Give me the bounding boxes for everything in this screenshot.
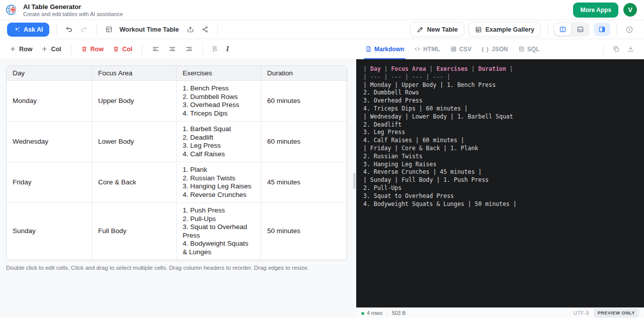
tab-html-label: HTML bbox=[423, 46, 440, 53]
divider bbox=[71, 44, 71, 55]
undo-button[interactable] bbox=[62, 23, 76, 36]
cell-focus-area[interactable]: Full Body bbox=[92, 203, 177, 260]
new-table-button[interactable]: New Table bbox=[410, 22, 464, 37]
cell-day[interactable]: Sunday bbox=[7, 203, 92, 260]
column-header-exercises[interactable]: Exercises bbox=[177, 66, 261, 81]
tab-csv-label: CSV bbox=[459, 46, 472, 53]
history-icon[interactable] bbox=[622, 23, 637, 36]
plus-icon bbox=[10, 46, 16, 52]
cell-focus-area[interactable]: Lower Body bbox=[92, 122, 177, 162]
tab-html[interactable]: HTML bbox=[409, 39, 445, 59]
bold-button[interactable]: B bbox=[208, 42, 221, 56]
divider bbox=[548, 24, 548, 35]
cell-exercises[interactable]: 1. Barbell Squat 2. Deadlift 3. Leg Pres… bbox=[177, 122, 261, 162]
tab-json[interactable]: { } JSON bbox=[476, 39, 513, 59]
share-icon[interactable] bbox=[198, 23, 212, 36]
tab-markdown[interactable]: Markdown bbox=[360, 39, 409, 59]
data-table[interactable]: Day Focus Area Exercises Duration Monday… bbox=[6, 65, 347, 260]
tab-markdown-label: Markdown bbox=[374, 46, 404, 53]
cell-duration[interactable]: 60 minutes bbox=[261, 122, 347, 162]
statusbar-right: UTF-8 PREVIEW ONLY bbox=[574, 308, 639, 317]
file-text-icon bbox=[365, 46, 372, 52]
table-row: Friday Core & Back 1. Plank 2. Russian T… bbox=[7, 162, 347, 203]
title-block: AI Table Generator Create and edit table… bbox=[23, 3, 123, 17]
braces-icon: { } bbox=[481, 46, 489, 52]
pane-resize-handle[interactable] bbox=[353, 173, 356, 189]
header-right: More Apps V bbox=[573, 3, 637, 18]
more-apps-button[interactable]: More Apps bbox=[573, 3, 618, 18]
trash-icon bbox=[113, 46, 119, 52]
cell-exercises[interactable]: 1. Bench Press 2. Dumbbell Rows 3. Overh… bbox=[177, 81, 261, 122]
delete-row-button[interactable]: Row bbox=[76, 43, 108, 56]
preview-only-badge: PREVIEW ONLY bbox=[594, 308, 639, 317]
cell-exercises[interactable]: 1. Plank 2. Russian Twists 3. Hanging Le… bbox=[177, 162, 261, 203]
cell-duration[interactable]: 60 minutes bbox=[261, 81, 347, 122]
toggle-panel-button[interactable] bbox=[594, 23, 610, 36]
gallery-grid-icon bbox=[475, 26, 482, 33]
row-count: 4 rows bbox=[361, 310, 382, 316]
add-row-button[interactable]: Row bbox=[5, 43, 37, 56]
edit-toolbar: Row Col Row bbox=[0, 39, 356, 59]
cell-day[interactable]: Monday bbox=[7, 81, 92, 122]
code-icon bbox=[414, 46, 421, 52]
example-gallery-button[interactable]: Example Gallery bbox=[468, 22, 541, 37]
plus-icon bbox=[41, 46, 48, 52]
avatar[interactable]: V bbox=[623, 3, 637, 17]
copy-code-button[interactable] bbox=[609, 43, 623, 55]
delete-col-label: Col bbox=[122, 46, 132, 53]
export-preview-pane: Markdown HTML CSV bbox=[356, 39, 644, 318]
cell-focus-area[interactable]: Upper Body bbox=[92, 81, 177, 122]
file-size: 503 B bbox=[392, 310, 406, 316]
column-header-focus-area[interactable]: Focus Area bbox=[92, 66, 177, 81]
split-horizontal-button[interactable] bbox=[572, 23, 589, 36]
toolbar-right: New Table Example Gallery bbox=[406, 22, 637, 37]
table-container: Day Focus Area Exercises Duration Monday… bbox=[0, 59, 356, 318]
statusbar-left: 4 rows 503 B bbox=[361, 310, 406, 316]
tab-sql[interactable]: SQL bbox=[513, 39, 545, 59]
column-header-duration[interactable]: Duration bbox=[261, 66, 347, 81]
export-statusbar: 4 rows 503 B UTF-8 PREVIEW ONLY bbox=[356, 307, 644, 318]
ask-ai-button[interactable]: Ask AI bbox=[7, 23, 49, 37]
bold-icon: B bbox=[212, 45, 217, 53]
export-icon[interactable] bbox=[183, 23, 198, 36]
align-right-button[interactable] bbox=[181, 42, 197, 56]
download-button[interactable] bbox=[623, 43, 638, 55]
split-vertical-button[interactable] bbox=[554, 23, 571, 36]
code-content: | Day | Focus Area | Exercises | Duratio… bbox=[356, 59, 644, 307]
italic-button[interactable]: I bbox=[221, 42, 233, 56]
document-title[interactable]: Workout Time Table bbox=[119, 26, 179, 33]
table-editor-pane: Row Col Row bbox=[0, 39, 356, 318]
column-header-day[interactable]: Day bbox=[7, 66, 92, 81]
add-col-button[interactable]: Col bbox=[37, 43, 65, 56]
ask-ai-label: Ask AI bbox=[24, 26, 43, 33]
header-left: AI Table Generator Create and edit table… bbox=[5, 3, 123, 17]
table-row: Wednesday Lower Body 1. Barbell Squat 2.… bbox=[7, 122, 347, 162]
divider bbox=[387, 310, 387, 316]
cell-exercises[interactable]: 1. Push Press 2. Pull-Ups 3. Squat to Ov… bbox=[177, 203, 261, 260]
main-toolbar: Ask AI Workout Time Table bbox=[0, 20, 644, 39]
cell-day[interactable]: Friday bbox=[7, 162, 92, 203]
tab-csv[interactable]: CSV bbox=[445, 39, 477, 59]
divider bbox=[202, 44, 203, 55]
page-title: AI Table Generator bbox=[23, 3, 123, 11]
delete-row-label: Row bbox=[91, 46, 104, 53]
cell-duration[interactable]: 50 minutes bbox=[261, 203, 347, 260]
app-logo-icon bbox=[5, 3, 19, 17]
redo-button[interactable] bbox=[76, 23, 91, 36]
page-subtitle: Create and edit tables with AI assistanc… bbox=[23, 11, 123, 17]
divider bbox=[603, 44, 604, 55]
tab-sql-label: SQL bbox=[527, 46, 540, 53]
database-icon bbox=[518, 46, 525, 52]
cell-day[interactable]: Wednesday bbox=[7, 122, 92, 162]
new-table-label: New Table bbox=[427, 26, 458, 33]
divider bbox=[56, 24, 57, 35]
divider bbox=[142, 44, 142, 55]
save-table-icon[interactable] bbox=[102, 23, 116, 36]
main-area: Row Col Row bbox=[0, 39, 644, 318]
cell-focus-area[interactable]: Core & Back bbox=[92, 162, 177, 203]
delete-col-button[interactable]: Col bbox=[108, 43, 137, 56]
align-left-button[interactable] bbox=[147, 42, 164, 56]
cell-duration[interactable]: 45 minutes bbox=[261, 162, 347, 203]
app-window: AI Table Generator Create and edit table… bbox=[0, 0, 644, 318]
align-center-button[interactable] bbox=[164, 42, 181, 56]
